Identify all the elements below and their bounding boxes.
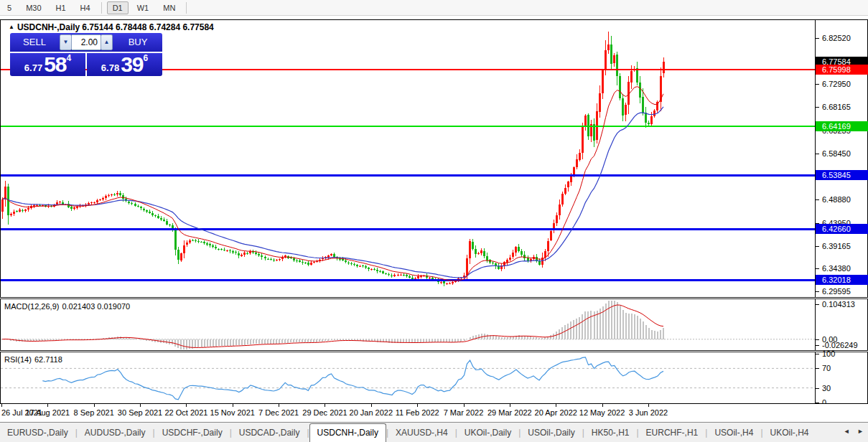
- timeframe-button-mn[interactable]: MN: [157, 1, 181, 14]
- price-tick-label: 6.58450: [822, 149, 851, 159]
- collapse-triangle-icon[interactable]: ▲: [9, 24, 14, 30]
- price-tick-label: 6.34380: [822, 264, 851, 273]
- date-label: 7 Mar 2022: [444, 408, 484, 417]
- tab-ukoil-daily[interactable]: UKOil-,Daily: [457, 424, 518, 441]
- timeframe-toolbar: 5M30H1H4D1W1MN: [0, 0, 868, 16]
- date-tick-mark: [186, 404, 187, 407]
- rsi-axis-70: 70: [822, 364, 831, 373]
- tabs-holder: EURUSD-,Daily|AUDUSD-,Daily|USDCHF-,Dail…: [0, 423, 816, 442]
- date-tick-mark: [648, 404, 649, 407]
- price-badge: 6.42660: [816, 224, 868, 234]
- macd-signal-line: [2, 305, 663, 347]
- buy-price-display[interactable]: 6.78 39 6: [87, 53, 162, 76]
- toolbar-separator: [101, 2, 102, 14]
- date-tick-mark: [417, 404, 418, 407]
- tab-usoil-h4[interactable]: USOil-,H4: [707, 424, 760, 441]
- axis-tick-mark: [816, 246, 819, 247]
- volume-increase-button[interactable]: ▲: [101, 34, 113, 50]
- rsi-label: RSI(14)62.7118: [4, 355, 65, 364]
- buy-price-pips: 39: [121, 55, 143, 75]
- axis-tick-mark: [816, 354, 819, 354]
- chart-title: ▲USDCNH-,Daily6.75144 6.78448 6.74284 6.…: [9, 22, 216, 32]
- date-label: 7 Dec 2021: [258, 408, 299, 417]
- axis-tick-mark: [816, 304, 819, 305]
- tab-eurusd-daily[interactable]: EURUSD-,Daily: [0, 424, 75, 441]
- date-tick-mark: [279, 404, 279, 407]
- date-label: 17 Aug 2021: [25, 408, 70, 417]
- sell-price-display[interactable]: 6.77 58 4: [10, 53, 85, 76]
- date-tick-mark: [94, 404, 95, 407]
- axis-tick-mark: [816, 388, 819, 389]
- date-label: 20 Jan 2022: [350, 408, 393, 417]
- axis-tick-mark: [816, 268, 819, 269]
- axis-tick-mark: [816, 339, 819, 340]
- date-tick-mark: [464, 404, 465, 407]
- tab-scroll-right-icon[interactable]: ►: [857, 428, 864, 435]
- horizontal-level-lines[interactable]: [1, 69, 815, 281]
- tab-hk50-h1[interactable]: HK50-,H1: [584, 424, 637, 441]
- mt4-terminal: 5M30H1H4D1W1MN ▲USDCNH-,Daily6.75144 6.7…: [0, 0, 868, 442]
- date-label: 3 Jun 2022: [629, 408, 668, 417]
- tab-xauusd-h4[interactable]: XAUUSD-,H4: [388, 424, 455, 441]
- date-tick-mark: [602, 404, 603, 407]
- tab-audusd-daily[interactable]: AUDUSD-,Daily: [78, 424, 153, 441]
- timeframe-button-h1[interactable]: H1: [50, 1, 72, 14]
- timeframe-button-w1[interactable]: W1: [131, 1, 155, 14]
- timeframe-button-d1[interactable]: D1: [107, 1, 129, 14]
- date-tick-mark: [47, 404, 48, 407]
- buy-price-prefix: 6.78: [101, 62, 119, 75]
- rsi-chart-canvas[interactable]: [1, 353, 815, 403]
- sell-button[interactable]: SELL: [10, 33, 59, 52]
- one-click-trade-panel: SELL ▼ ▲ BUY 6.77 58 4 6.78 39 6: [10, 33, 162, 76]
- ma-fast-line: [2, 87, 663, 281]
- tab-usdcnh-daily[interactable]: USDCNH-,Daily: [309, 423, 386, 442]
- tab-eurchf-h1[interactable]: EURCHF-,H1: [639, 424, 706, 441]
- price-tick-label: 6.39165: [822, 242, 851, 251]
- macd-axis-max: 0.104313: [822, 300, 855, 309]
- volume-decrease-button[interactable]: ▼: [60, 34, 72, 50]
- date-label: 8 Sep 2021: [74, 408, 114, 417]
- sell-price-pips: 58: [44, 55, 66, 75]
- macd-values: 0.021403 0.019070: [62, 302, 130, 311]
- date-label: 20 Apr 2022: [535, 408, 577, 417]
- axis-tick-mark: [816, 38, 819, 39]
- price-axis[interactable]: 6.825206.729506.681656.632356.584506.488…: [816, 19, 868, 422]
- rsi-value: 62.7118: [34, 355, 62, 364]
- volume-input[interactable]: [72, 34, 101, 50]
- tab-ukoil-h4[interactable]: UKOil-,H4: [763, 424, 816, 441]
- timeframe-button-5[interactable]: 5: [1, 1, 17, 14]
- rsi-panel-separator[interactable]: [0, 350, 868, 352]
- tab-scroll-arrows: ◄ ►: [838, 428, 864, 435]
- buy-button[interactable]: BUY: [113, 33, 162, 52]
- price-badge: 6.53845: [816, 170, 868, 180]
- sell-price-point: 4: [67, 55, 72, 62]
- date-tick-mark: [371, 404, 372, 407]
- chart-symbol: USDCNH-,Daily: [17, 22, 80, 32]
- axis-tick-mark: [816, 345, 819, 346]
- tab-scroll-left-icon[interactable]: ◄: [844, 428, 850, 435]
- date-label: 29 Dec 2021: [302, 408, 347, 417]
- date-tick-mark: [325, 404, 325, 407]
- chart-ohlc-values: 6.75144 6.78448 6.74284 6.77584: [82, 22, 214, 32]
- rsi-axis-30: 30: [822, 384, 831, 393]
- date-label: 12 May 2022: [579, 408, 625, 417]
- tab-usdcad-daily[interactable]: USDCAD-,Daily: [232, 424, 307, 441]
- price-tick-label: 6.72950: [822, 80, 851, 89]
- date-label: 30 Sep 2021: [118, 408, 162, 417]
- axis-tick-mark: [816, 368, 819, 369]
- price-tick-label: 6.68165: [822, 103, 851, 112]
- date-tick-mark: [1, 404, 2, 407]
- timeframe-button-h4[interactable]: H4: [75, 1, 96, 14]
- macd-name: MACD(12,26,9): [4, 302, 59, 311]
- macd-label: MACD(12,26,9)0.021403 0.019070: [4, 302, 133, 311]
- tab-usdchf-daily[interactable]: USDCHF-,Daily: [155, 424, 230, 441]
- tab-usoil-daily[interactable]: USOil-,Daily: [521, 424, 582, 441]
- macd-panel-separator[interactable]: [0, 297, 868, 299]
- buy-price-point: 6: [144, 55, 149, 62]
- rsi-axis-100: 100: [822, 349, 835, 359]
- timeframe-button-m30[interactable]: M30: [20, 1, 47, 14]
- axis-tick-mark: [816, 291, 819, 292]
- axis-tick-mark: [816, 84, 819, 85]
- price-badge: 6.32018: [816, 275, 868, 285]
- date-axis[interactable]: 26 Jul 202117 Aug 20218 Sep 202130 Sep 2…: [0, 404, 868, 422]
